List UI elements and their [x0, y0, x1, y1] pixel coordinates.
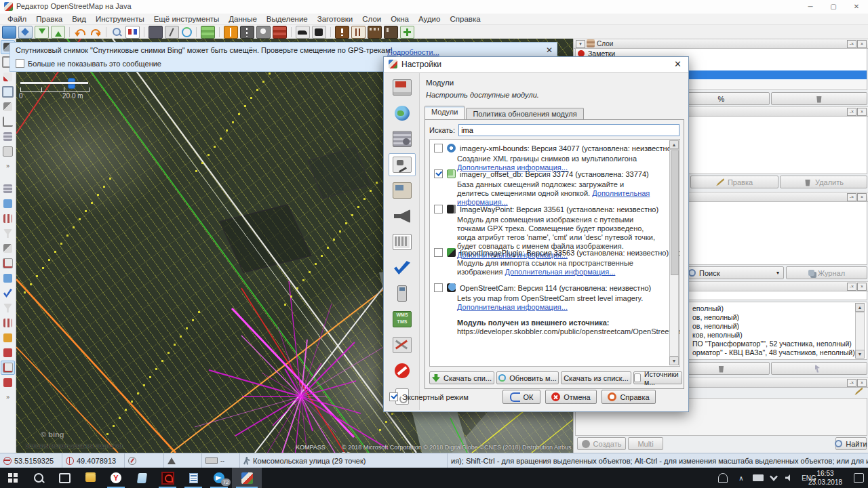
pencil-icon[interactable]	[854, 387, 863, 395]
relation-item[interactable]: орматор" - КВЦ ВАЗа", 48 участников, неп…	[692, 348, 868, 357]
angle-tool-icon[interactable]	[1, 115, 15, 129]
banner-details-link[interactable]: Подробности...	[387, 48, 439, 56]
find-button[interactable]: Найти	[835, 437, 867, 450]
clock[interactable]: 16:53 23.03.2018	[803, 469, 848, 487]
selection-panel-toggle-icon[interactable]	[1, 226, 15, 241]
refresh-icon[interactable]	[182, 27, 192, 37]
ok-button[interactable]: ОК	[502, 390, 540, 404]
draw-node-tool-icon[interactable]	[1, 70, 15, 84]
delete-tag-button[interactable]: Удалить	[780, 176, 867, 188]
scroll-down-icon[interactable]: ▼	[669, 357, 679, 365]
banner-close-icon[interactable]: ✕	[546, 45, 553, 55]
action-center-button[interactable]	[849, 468, 868, 488]
relation-item[interactable]: ов, неполный)	[692, 313, 868, 322]
tab-update-policy[interactable]: Политика обновления модуля	[466, 108, 583, 119]
notes-panel-toggle-icon[interactable]	[1, 346, 15, 360]
selection-search-button[interactable]: Поиск ▾	[682, 266, 784, 279]
update-plugins-button[interactable]: Обновить м...	[496, 371, 559, 384]
conflicts-panel-toggle-icon[interactable]	[1, 256, 15, 270]
barrier-preset-icon[interactable]	[273, 26, 287, 39]
traffic-signal-preset-icon[interactable]	[256, 26, 271, 39]
toolbar-settings-icon[interactable]	[389, 179, 416, 202]
projection-settings-icon[interactable]	[389, 127, 416, 150]
plugin-checkbox[interactable]	[434, 248, 443, 257]
imagery-terms-link[interactable]: Условия использования подложки	[26, 443, 123, 449]
shortcuts-settings-icon[interactable]	[389, 230, 416, 253]
relation-item[interactable]: ов, неполный)	[692, 322, 868, 331]
josm-taskbar-button[interactable]	[232, 468, 262, 488]
notes-app-button[interactable]	[129, 468, 155, 488]
battery-tray-icon[interactable]	[750, 468, 766, 488]
expert-mode-checkbox[interactable]	[389, 392, 398, 401]
menu-selection[interactable]: Выделение	[262, 15, 313, 23]
plugin-scrollbar[interactable]	[669, 149, 679, 357]
minimize-button[interactable]: ─	[799, 0, 822, 14]
connection-settings-icon[interactable]	[389, 102, 416, 125]
relation-item[interactable]: ков, неполный)	[692, 331, 868, 340]
map-settings-icon[interactable]	[389, 333, 416, 357]
search-icon[interactable]	[111, 26, 123, 38]
plugin-info-link[interactable]: Дополнительная информация...	[457, 303, 568, 311]
aerial-imagery-icon[interactable]	[149, 26, 163, 39]
download-selected-button[interactable]: Скачать из списк...	[561, 371, 631, 384]
plugin-info-link[interactable]: Дополнительная информация...	[505, 268, 615, 276]
authors-panel-toggle-icon[interactable]	[1, 241, 15, 256]
road-preset-icon[interactable]	[240, 26, 254, 39]
start-button[interactable]	[0, 468, 26, 488]
panel-close-icon[interactable]: ×	[857, 108, 867, 116]
plugin-checkbox[interactable]	[434, 169, 443, 178]
plugin-item[interactable]: imagery_offset_db: Версия 33774 (установ…	[430, 169, 660, 207]
plugin-sources-button[interactable]: Источники м...	[633, 371, 682, 384]
plugin-checkbox[interactable]	[434, 205, 443, 214]
bus-preset-icon[interactable]	[312, 26, 326, 39]
pin-icon[interactable]: -×	[847, 40, 856, 48]
remote-control-settings-icon[interactable]	[389, 282, 416, 305]
panel-close-icon[interactable]: ×	[857, 40, 867, 48]
tags-panel-toggle-icon[interactable]	[1, 197, 15, 211]
pin-icon[interactable]: -×	[847, 108, 856, 116]
people-tray-button[interactable]	[713, 468, 732, 488]
filter-panel-toggle-icon[interactable]	[1, 301, 15, 315]
menu-tools[interactable]: Инструменты	[91, 15, 149, 23]
landuse-preset-icon[interactable]	[201, 26, 215, 39]
multi-button[interactable]: Multi	[628, 437, 663, 450]
panel-close-icon[interactable]: ×	[857, 379, 867, 387]
menu-view[interactable]: Вид	[67, 15, 91, 23]
taskbar-search-button[interactable]	[26, 468, 52, 488]
validator-panel-toggle-icon[interactable]	[1, 286, 15, 300]
telegram-button[interactable]: 72	[206, 468, 232, 488]
more-panels-icon[interactable]: »	[1, 390, 15, 405]
relation-item[interactable]: ПО "Трансформатор"", 52 участника, непол…	[692, 340, 868, 348]
plugins-settings-icon[interactable]	[389, 153, 416, 176]
file-explorer-button[interactable]	[77, 468, 103, 488]
scroll-up-icon[interactable]: ▲	[855, 303, 865, 312]
plugin-item[interactable]: imagery-xml-bounds: Версия 34077 (устано…	[430, 144, 660, 172]
changeset-panel-toggle-icon[interactable]	[1, 316, 15, 330]
panel-close-icon[interactable]: ×	[857, 193, 867, 201]
collapse-icon[interactable]: ▾	[576, 40, 585, 48]
scrollbar-thumb[interactable]	[671, 150, 679, 275]
menu-audio[interactable]: Аудио	[414, 15, 445, 23]
imagery-settings-icon[interactable]: WMS TMS	[389, 308, 416, 331]
pin-icon[interactable]: -×	[847, 283, 856, 291]
menu-data[interactable]: Данные	[224, 15, 262, 23]
cancel-button[interactable]: Отмена	[545, 390, 597, 404]
split-way-icon[interactable]	[165, 26, 179, 39]
save-icon[interactable]	[18, 26, 33, 39]
validator-settings-icon[interactable]	[389, 256, 416, 279]
volume-tray-icon[interactable]	[781, 468, 796, 488]
more-tools-icon[interactable]: »	[1, 159, 15, 174]
changeset-manager-icon[interactable]	[125, 26, 140, 39]
undo-icon[interactable]	[74, 26, 87, 38]
merge-panel-toggle-icon[interactable]	[1, 271, 15, 285]
pin-icon[interactable]: -×	[847, 193, 856, 201]
menu-file[interactable]: Файл	[3, 15, 31, 23]
selection-history-button[interactable]: Журнал	[786, 266, 867, 279]
improve-way-tool-icon[interactable]	[1, 100, 15, 114]
download-data-icon[interactable]	[35, 26, 49, 39]
turn-restrictions-settings-icon[interactable]	[389, 359, 416, 382]
menu-more-tools[interactable]: Ещё инструменты	[149, 15, 224, 23]
menu-help[interactable]: Справка	[445, 15, 485, 23]
menu-edit[interactable]: Правка	[31, 15, 67, 23]
task-view-button[interactable]	[52, 468, 77, 488]
